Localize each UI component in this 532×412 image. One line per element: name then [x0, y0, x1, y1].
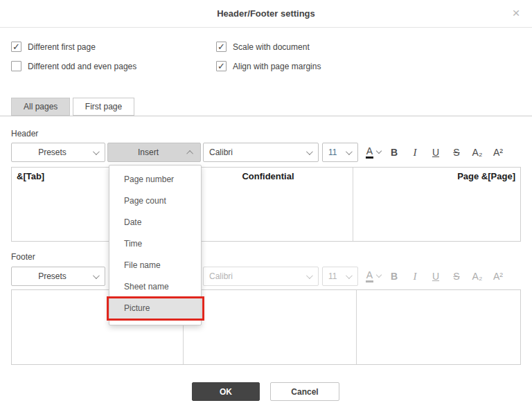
checkbox-label: Different odd and even pages	[28, 62, 136, 71]
close-icon[interactable]: ×	[509, 6, 523, 20]
chevron-down-icon	[346, 272, 353, 279]
header-preview: &[Tab] Confidential Page &[Page]	[11, 167, 521, 242]
strikethrough-button[interactable]: S	[446, 143, 467, 162]
header-presets-dropdown[interactable]: Presets	[11, 143, 105, 162]
bold-button[interactable]: B	[384, 143, 405, 162]
underline-button: U	[425, 267, 446, 286]
checkbox-label: Align with page margins	[233, 62, 321, 71]
font-color-button: A	[363, 267, 384, 286]
menu-item-sheet-name[interactable]: Sheet name	[109, 276, 201, 298]
menu-item-time[interactable]: Time	[109, 233, 201, 255]
menu-item-date[interactable]: Date	[109, 212, 201, 233]
menu-item-file-name[interactable]: File name	[109, 255, 201, 276]
italic-button[interactable]: I	[405, 143, 425, 162]
header-footer-settings-dialog: Header/Footer settings × ✓ Different fir…	[0, 0, 532, 412]
footer-font-size-value: 11	[323, 271, 346, 281]
checkbox-different-odd-even-pages[interactable]: Different odd and even pages	[11, 61, 136, 71]
header-center-cell[interactable]: Confidential	[183, 168, 353, 241]
italic-button: I	[405, 267, 425, 286]
underline-button[interactable]: U	[425, 143, 446, 162]
superscript-button[interactable]: A²	[488, 143, 508, 162]
font-color-button[interactable]: A	[363, 143, 384, 162]
checkbox-label: Different first page	[28, 42, 96, 52]
chevron-down-icon	[306, 272, 313, 279]
chevron-down-icon	[93, 272, 100, 279]
chevron-down-icon	[306, 148, 313, 155]
page-tabs: All pages First page	[0, 98, 532, 116]
subscript-button[interactable]: A₂	[467, 143, 488, 162]
font-color-icon: A	[366, 270, 373, 283]
checkbox-icon[interactable]: ✓	[11, 42, 21, 52]
header-font-size-value: 11	[323, 147, 346, 157]
footer-center-cell[interactable]	[183, 290, 356, 364]
chevron-down-icon	[376, 148, 382, 154]
menu-item-page-number[interactable]: Page number	[109, 169, 201, 190]
footer-section-label: Footer	[11, 252, 35, 262]
header-right-cell[interactable]: Page &[Page]	[353, 168, 520, 241]
bold-button: B	[384, 267, 405, 286]
checkbox-label: Scale with document	[233, 42, 310, 52]
tab-first-page[interactable]: First page	[73, 98, 134, 116]
chevron-down-icon	[376, 272, 382, 278]
checkbox-icon[interactable]	[11, 61, 21, 71]
footer-right-cell[interactable]	[356, 290, 520, 364]
header-font-name-value: Calibri	[204, 147, 306, 157]
footer-font-size-dropdown: 11	[322, 267, 358, 286]
header-insert-dropdown[interactable]: Insert	[107, 143, 201, 162]
checkbox-icon[interactable]: ✓	[216, 61, 227, 71]
strikethrough-button: S	[446, 267, 467, 286]
header-insert-label: Insert	[108, 147, 188, 157]
dialog-titlebar: Header/Footer settings ×	[0, 0, 532, 28]
checkbox-icon[interactable]: ✓	[216, 42, 227, 52]
superscript-button: A²	[488, 267, 508, 286]
footer-presets-dropdown[interactable]: Presets	[11, 267, 105, 286]
footer-presets-label: Presets	[12, 271, 93, 281]
insert-menu: Page number Page count Date Time File na…	[109, 165, 202, 325]
footer-preview	[11, 289, 521, 365]
cancel-button[interactable]: Cancel	[270, 382, 339, 401]
checkbox-scale-with-document[interactable]: ✓ Scale with document	[216, 42, 310, 52]
header-section-label: Header	[11, 129, 38, 138]
footer-format-buttons: A B I U S A₂ A²	[363, 267, 508, 286]
chevron-down-icon	[93, 148, 100, 155]
header-font-size-dropdown[interactable]: 11	[322, 143, 358, 162]
ok-button[interactable]: OK	[192, 382, 260, 401]
header-presets-label: Presets	[12, 147, 93, 157]
footer-font-name-value: Calibri	[204, 271, 306, 281]
checkbox-align-with-page-margins[interactable]: ✓ Align with page margins	[216, 61, 321, 71]
footer-font-name-dropdown: Calibri	[203, 267, 319, 286]
dialog-title: Header/Footer settings	[0, 8, 532, 19]
checkbox-different-first-page[interactable]: ✓ Different first page	[11, 42, 96, 52]
header-format-buttons: A B I U S A₂ A²	[363, 143, 508, 162]
menu-item-picture[interactable]: Picture	[109, 298, 201, 319]
subscript-button: A₂	[467, 267, 488, 286]
chevron-down-icon	[346, 148, 353, 155]
font-color-icon: A	[366, 146, 373, 159]
menu-item-page-count[interactable]: Page count	[109, 190, 201, 212]
tab-all-pages[interactable]: All pages	[11, 98, 70, 116]
header-font-name-dropdown[interactable]: Calibri	[203, 143, 319, 162]
